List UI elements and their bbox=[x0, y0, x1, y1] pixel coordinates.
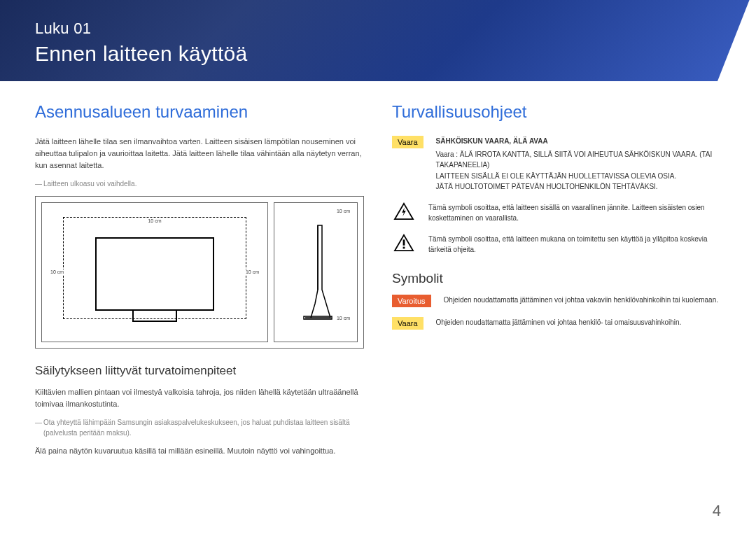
section-heading-install: Asennusalueen turvaaminen bbox=[35, 102, 364, 122]
voltage-icon bbox=[392, 202, 416, 220]
install-intro: Jätä laitteen lähelle tilaa sen ilmanvai… bbox=[35, 136, 364, 171]
danger-line3: JÄTÄ HUOLTOTOIMET PÄTEVÄN HUOLTOHENKILÖN… bbox=[436, 183, 658, 190]
diagram-front-panel: 10 cm 10 cm 10 cm bbox=[41, 202, 268, 342]
warning-badge: Varoitus bbox=[392, 295, 431, 307]
right-column: Turvallisuusohjeet Vaara SÄHKÖISKUN VAAR… bbox=[392, 102, 721, 464]
danger-line1: Vaara : ÄLÄ IRROTA KANTTA, SILLÄ SIITÄ V… bbox=[436, 150, 713, 169]
chapter-label: Luku 01 bbox=[35, 20, 721, 38]
clearance-diagram: 10 cm 10 cm 10 cm 10 cm 10 cm bbox=[35, 196, 364, 349]
danger2-row: Vaara Ohjeiden noudattamatta jättäminen … bbox=[392, 317, 721, 330]
danger-badge: Vaara bbox=[392, 136, 424, 148]
section-heading-safety: Turvallisuusohjeet bbox=[392, 102, 721, 122]
dim-top: 10 cm bbox=[146, 218, 162, 223]
dim-right: 10 cm bbox=[244, 269, 260, 274]
danger-bold: SÄHKÖISKUN VAARA, ÄLÄ AVAA bbox=[436, 136, 721, 147]
left-column: Asennusalueen turvaaminen Jätä laitteen … bbox=[35, 102, 364, 464]
warning-row: Varoitus Ohjeiden noudattamatta jättämin… bbox=[392, 295, 721, 307]
symbol-row-voltage: Tämä symboli osoittaa, että laitteen sis… bbox=[392, 202, 721, 224]
monitor-side-icon bbox=[291, 213, 340, 332]
diagram-side-panel: 10 cm 10 cm bbox=[274, 202, 358, 342]
symbols-subheading: Symbolit bbox=[392, 271, 721, 286]
chapter-header: Luku 01 Ennen laitteen käyttöä bbox=[0, 0, 756, 81]
svg-rect-5 bbox=[403, 246, 405, 248]
danger2-text: Ohjeiden noudattamatta jättäminen voi jo… bbox=[436, 317, 721, 328]
chapter-title: Ennen laitteen käyttöä bbox=[35, 42, 721, 66]
danger-block: Vaara SÄHKÖISKUN VAARA, ÄLÄ AVAA Vaara :… bbox=[392, 136, 721, 192]
voltage-text: Tämä symboli osoittaa, että laitteen sis… bbox=[428, 202, 721, 224]
dim-left: 10 cm bbox=[49, 269, 65, 274]
danger-line2: LAITTEEN SISÄLLÄ EI OLE KÄYTTÄJÄN HUOLLE… bbox=[436, 172, 677, 180]
screen-press-warning: Älä paina näytön kuvaruutua käsillä tai … bbox=[35, 445, 364, 457]
dim-top2: 10 cm bbox=[335, 209, 351, 213]
symbol-row-info: Tämä symboli osoittaa, että laitteen muk… bbox=[392, 234, 721, 255]
warning-text: Ohjeiden noudattamatta jättäminen voi jo… bbox=[444, 295, 721, 306]
dim-bottom2: 10 cm bbox=[335, 316, 351, 321]
svg-rect-4 bbox=[403, 239, 405, 245]
storage-note-service: Ota yhteyttä lähimpään Samsungin asiakas… bbox=[35, 417, 364, 438]
danger-text: SÄHKÖISKUN VAARA, ÄLÄ AVAA Vaara : ÄLÄ I… bbox=[436, 136, 721, 192]
page-content: Asennusalueen turvaaminen Jätä laitteen … bbox=[0, 81, 756, 471]
sub-heading-storage: Säilytykseen liittyvät turvatoimenpiteet bbox=[35, 364, 364, 378]
page-number: 4 bbox=[713, 502, 721, 520]
storage-text: Kiiltävien mallien pintaan voi ilmestyä … bbox=[35, 386, 364, 410]
exclamation-icon bbox=[392, 234, 416, 252]
info-text: Tämä symboli osoittaa, että laitteen muk… bbox=[428, 234, 721, 255]
monitor-front-icon bbox=[95, 237, 214, 311]
danger2-badge: Vaara bbox=[392, 317, 424, 330]
install-note-appearance: Laitteen ulkoasu voi vaihdella. bbox=[35, 178, 364, 189]
